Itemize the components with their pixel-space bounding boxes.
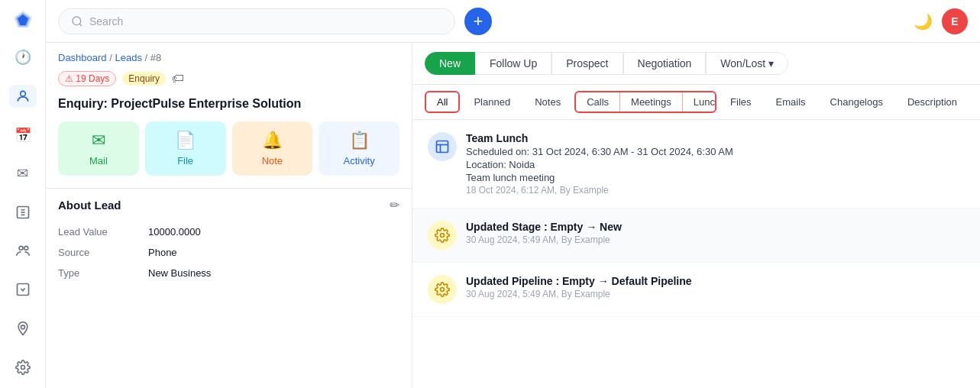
sidebar-item-location[interactable] xyxy=(9,317,37,341)
sidebar-item-people[interactable] xyxy=(9,239,37,263)
tab-meetings[interactable]: Meetings xyxy=(620,92,683,112)
sidebar-item-mail[interactable]: ✉ xyxy=(9,162,37,186)
feed-body-pipeline-update: Updated Pipeline : Empty → Default Pipel… xyxy=(466,275,965,304)
tab-all[interactable]: All xyxy=(425,91,460,113)
add-button[interactable]: + xyxy=(464,8,492,35)
note-label: Note xyxy=(262,155,283,167)
tab-emails[interactable]: Emails xyxy=(765,92,817,112)
source-value: Phone xyxy=(148,247,177,258)
action-buttons: ✉ Mail 📄 File 🔔 Note 📋 Activity xyxy=(46,121,412,188)
mail-button[interactable]: ✉ Mail xyxy=(58,121,139,176)
logo-icon xyxy=(12,9,34,31)
search-bar[interactable]: Search xyxy=(58,8,455,34)
lead-value: 10000.0000 xyxy=(148,226,201,238)
team-lunch-desc: Team lunch meeting xyxy=(466,172,965,183)
file-label: File xyxy=(177,155,193,167)
svg-point-11 xyxy=(21,325,24,329)
won-lost-label: Won/Lost xyxy=(720,57,765,70)
file-icon: 📄 xyxy=(175,131,196,150)
svg-point-3 xyxy=(20,91,25,96)
activity-button[interactable]: 📋 Activity xyxy=(319,121,399,176)
sidebar-item-calendar[interactable]: 📅 xyxy=(9,123,37,147)
team-lunch-scheduled: Scheduled on: 31 Oct 2024, 6:30 AM - 31 … xyxy=(466,146,965,157)
breadcrumb-leads[interactable]: Leads xyxy=(115,52,141,63)
tab-planned[interactable]: Planned xyxy=(463,92,521,112)
stage-bar: New Follow Up Prospect Negotiation Won/L… xyxy=(412,43,980,85)
left-panel: Dashboard / Leads / #8 ⚠ 19 Days Enquiry… xyxy=(46,43,412,388)
tab-notes[interactable]: Notes xyxy=(524,92,571,112)
feed-item-pipeline-update: Updated Pipeline : Empty → Default Pipel… xyxy=(412,263,980,317)
field-lead-value: Lead Value 10000.0000 xyxy=(58,221,399,242)
sidebar: 🕐 📅 ✉ xyxy=(0,0,46,388)
sidebar-item-tasks[interactable] xyxy=(9,278,37,302)
activity-label: Activity xyxy=(344,155,375,167)
main-content: Search + 🌙 E Dashboard / Leads / #8 ⚠ 19… xyxy=(46,0,980,388)
edit-icon[interactable]: ✏ xyxy=(390,198,399,212)
field-source: Source Phone xyxy=(58,242,399,263)
sidebar-item-settings[interactable] xyxy=(9,355,37,379)
about-header: About Lead ✏ xyxy=(58,198,399,212)
topbar: Search + 🌙 E xyxy=(46,0,980,43)
topbar-right: 🌙 E xyxy=(914,8,968,34)
won-lost-dropdown-icon: ▾ xyxy=(768,57,774,70)
feed-avatar-team-lunch xyxy=(428,132,457,161)
stage-tab-follow-up[interactable]: Follow Up xyxy=(475,52,551,75)
enquiry-tag: Enquiry xyxy=(122,72,166,86)
svg-rect-15 xyxy=(437,141,448,153)
about-section: About Lead ✏ Lead Value 10000.0000 Sourc… xyxy=(46,188,412,293)
tab-changelogs[interactable]: Changelogs xyxy=(820,92,894,112)
feed: Team Lunch Scheduled on: 31 Oct 2024, 6:… xyxy=(412,120,980,388)
svg-point-13 xyxy=(73,17,81,25)
note-icon: 🔔 xyxy=(262,131,283,150)
breadcrumb-hash: #8 xyxy=(150,52,161,63)
sidebar-item-list[interactable] xyxy=(9,201,37,225)
breadcrumb-dashboard[interactable]: Dashboard xyxy=(58,52,107,63)
mail-label: Mail xyxy=(89,155,108,167)
mail-icon: ✉ xyxy=(92,131,105,150)
sidebar-item-contacts[interactable] xyxy=(9,85,37,108)
right-panel: New Follow Up Prospect Negotiation Won/L… xyxy=(412,43,980,388)
note-button[interactable]: 🔔 Note xyxy=(232,121,313,176)
file-button[interactable]: 📄 File xyxy=(145,121,226,176)
tab-lunches[interactable]: Lunches xyxy=(683,92,716,112)
tab-files[interactable]: Files xyxy=(720,92,762,112)
label-icon[interactable]: 🏷 xyxy=(172,72,184,86)
activity-tabs: All Planned Notes Calls Meetings Lunches… xyxy=(412,85,980,120)
team-lunch-title: Team Lunch xyxy=(466,132,965,144)
team-lunch-meta: 18 Oct 2024, 6:12 AM, By Example xyxy=(466,185,965,196)
tags-row: ⚠ 19 Days Enquiry 🏷 xyxy=(46,68,412,89)
source-label: Source xyxy=(58,247,142,258)
type-label: Type xyxy=(58,267,142,279)
lead-value-label: Lead Value xyxy=(58,226,142,238)
lead-title: Enquiry: ProjectPulse Enterprise Solutio… xyxy=(46,89,412,121)
stage-tab-prospect[interactable]: Prospect xyxy=(551,52,623,75)
days-tag: ⚠ 19 Days xyxy=(58,71,116,86)
tab-group-calls-meetings-lunches: Calls Meetings Lunches xyxy=(574,91,716,113)
svg-point-18 xyxy=(441,234,445,238)
content-area: Dashboard / Leads / #8 ⚠ 19 Days Enquiry… xyxy=(46,43,980,388)
field-type: Type New Business xyxy=(58,263,399,283)
team-lunch-location: Location: Noida xyxy=(466,159,965,170)
search-placeholder: Search xyxy=(89,15,123,27)
svg-point-8 xyxy=(19,246,23,250)
pipeline-update-title: Updated Pipeline : Empty → Default Pipel… xyxy=(466,275,965,287)
svg-line-14 xyxy=(79,24,82,26)
tab-description[interactable]: Description xyxy=(897,92,968,112)
avatar[interactable]: E xyxy=(942,8,968,34)
feed-item-team-lunch: Team Lunch Scheduled on: 31 Oct 2024, 6:… xyxy=(412,120,980,209)
breadcrumb-sep2: / xyxy=(145,52,150,63)
stage-tab-new[interactable]: New xyxy=(425,52,475,75)
stage-update-meta: 30 Aug 2024, 5:49 AM, By Example xyxy=(466,234,965,245)
logo xyxy=(0,9,45,31)
dark-mode-icon[interactable]: 🌙 xyxy=(914,12,933,31)
pipeline-update-meta: 30 Aug 2024, 5:49 AM, By Example xyxy=(466,289,965,299)
breadcrumb: Dashboard / Leads / #8 xyxy=(46,43,412,68)
tab-calls[interactable]: Calls xyxy=(576,92,620,112)
feed-avatar-pipeline-update xyxy=(428,275,457,304)
svg-point-9 xyxy=(24,246,27,250)
stage-tab-negotiation[interactable]: Negotiation xyxy=(623,52,707,75)
svg-point-19 xyxy=(441,288,445,292)
type-value: New Business xyxy=(148,267,211,279)
sidebar-item-clock[interactable]: 🕐 xyxy=(9,46,37,70)
stage-tab-won-lost[interactable]: Won/Lost ▾ xyxy=(706,52,788,75)
